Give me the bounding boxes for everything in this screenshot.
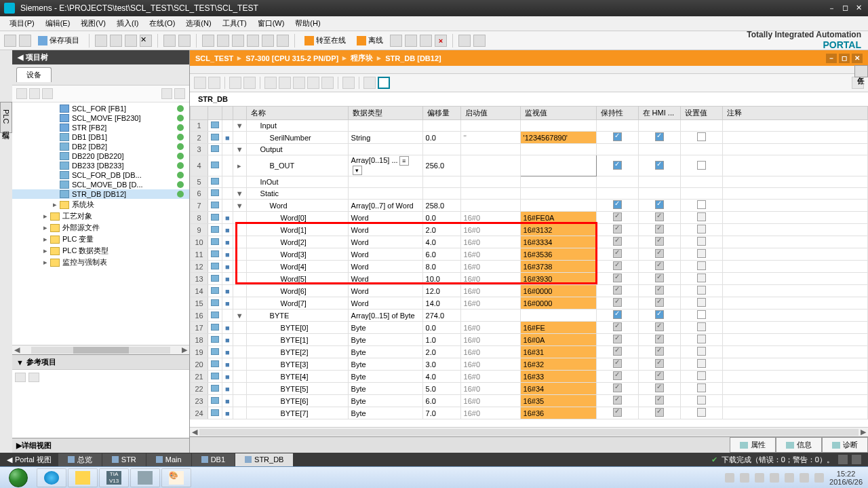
save-project-button[interactable]: 保存项目: [34, 35, 83, 45]
tree-node[interactable]: DB1 [DB1]: [12, 132, 189, 142]
breadcrumb-part[interactable]: SCL_TEST: [195, 54, 233, 62]
column-header[interactable]: 启动值: [460, 107, 520, 120]
editor-tool-5[interactable]: [264, 77, 277, 89]
checkbox-cell[interactable]: [638, 297, 680, 309]
checkbox-cell[interactable]: [638, 188, 680, 200]
tree-tool-2[interactable]: [29, 88, 40, 99]
table-row[interactable]: 23■BYTE[6]Byte6.016#016#35: [191, 395, 868, 407]
plc-programming-side-tab[interactable]: PLC 编程: [0, 102, 12, 133]
maximize-button[interactable]: ◻: [840, 3, 850, 13]
tray-icon-4[interactable]: [770, 473, 779, 483]
checkbox-cell[interactable]: [680, 261, 722, 273]
tree-scroll-right[interactable]: ▶: [180, 345, 189, 354]
tree-node[interactable]: DB220 [DB220]: [12, 151, 189, 161]
checkbox-cell[interactable]: [638, 132, 680, 144]
checkbox-cell[interactable]: [596, 309, 638, 322]
checkbox-cell[interactable]: [680, 273, 722, 285]
table-row[interactable]: 21■BYTE[4]Byte4.016#016#33: [191, 371, 868, 383]
stop-button[interactable]: ×: [435, 35, 447, 47]
table-row[interactable]: 10■Word[2]Word4.016#016#3334: [191, 236, 868, 248]
table-row[interactable]: 17■BYTE[0]Byte0.016#016#FE: [191, 322, 868, 334]
table-row[interactable]: 15■Word[7]Word14.016#016#0000: [191, 297, 868, 309]
detail-view-header[interactable]: ▶详细视图: [12, 438, 189, 453]
table-row[interactable]: 11■Word[3]Word6.016#016#3536: [191, 248, 868, 261]
checkbox-cell[interactable]: [596, 322, 638, 334]
minimize-button[interactable]: －: [826, 3, 837, 13]
editor-tool-8[interactable]: [307, 77, 319, 89]
table-row[interactable]: 22■BYTE[5]Byte5.016#016#34: [191, 383, 868, 395]
tree-node[interactable]: STR [FB2]: [12, 123, 189, 132]
checkbox-cell[interactable]: [596, 188, 638, 200]
editor-tool-right[interactable]: [852, 77, 864, 89]
delete-button[interactable]: ✕: [140, 35, 152, 47]
breadcrumb-part[interactable]: S7-300 [CPU 315-2 PN/DP]: [245, 54, 338, 62]
checkbox-cell[interactable]: [680, 358, 722, 371]
checkbox-cell[interactable]: [596, 224, 638, 236]
checkbox-cell[interactable]: [596, 334, 638, 346]
menu-item[interactable]: 工具(T): [217, 18, 252, 29]
tool-button-4[interactable]: [390, 35, 402, 47]
editor-tool-6[interactable]: [279, 77, 291, 89]
checkbox-cell[interactable]: [596, 144, 638, 155]
ref-icon-2[interactable]: [28, 373, 39, 382]
checkbox-cell[interactable]: [638, 285, 680, 297]
checkbox-cell[interactable]: [596, 200, 638, 212]
checkbox-cell[interactable]: [680, 248, 722, 261]
app-tab[interactable]: STR_DB: [235, 453, 293, 466]
tray-icon-2[interactable]: [740, 473, 749, 483]
column-header[interactable]: 注释: [722, 107, 867, 120]
column-header[interactable]: [208, 107, 222, 120]
checkbox-cell[interactable]: [596, 236, 638, 248]
tree-node[interactable]: SCL_FOR [FB1]: [12, 104, 189, 113]
app-tab[interactable]: 总览: [58, 453, 102, 466]
tool-button-2[interactable]: [262, 35, 274, 47]
tray-icon-3[interactable]: [755, 473, 764, 483]
editor-tool-1[interactable]: [194, 77, 206, 89]
tree-node[interactable]: ▸外部源文件: [12, 222, 189, 233]
ref-icon-1[interactable]: [15, 373, 26, 382]
table-row[interactable]: 16▼BYTEArray[0..15] of Byte274.0: [191, 309, 868, 322]
tray-icon-1[interactable]: [725, 473, 734, 483]
tree-node[interactable]: DB2 [DB2]: [12, 142, 189, 151]
db-variable-grid[interactable]: 名称数据类型偏移量启动值监视值保持性在 HMI ...设置值注释1▼Input2…: [190, 106, 868, 427]
tree-scrollbar[interactable]: [31, 347, 170, 354]
grid-hscroll[interactable]: ◀▶: [190, 427, 868, 436]
monitor-button[interactable]: [378, 77, 390, 89]
tool-button[interactable]: [247, 35, 259, 47]
table-row[interactable]: 2■SerilNumberString0.0'''1234567890': [191, 132, 868, 144]
editor-window-btn[interactable]: －: [826, 54, 837, 63]
editor-tool-7[interactable]: [293, 77, 305, 89]
checkbox-cell[interactable]: [680, 236, 722, 248]
table-row[interactable]: 5InOut: [191, 176, 868, 188]
close-button[interactable]: ✕: [853, 3, 864, 13]
checkbox-cell[interactable]: [596, 120, 638, 132]
menu-item[interactable]: 编辑(E): [40, 18, 76, 29]
column-header[interactable]: 保持性: [596, 107, 638, 120]
checkbox-cell[interactable]: [680, 383, 722, 395]
tree-node[interactable]: STR_DB [DB12]: [12, 189, 189, 199]
tree-view-2[interactable]: [174, 88, 185, 99]
split-button[interactable]: [458, 35, 471, 47]
table-row[interactable]: 18■BYTE[1]Byte1.016#016#0A: [191, 334, 868, 346]
editor-tool-9[interactable]: [321, 77, 334, 89]
checkbox-cell[interactable]: [680, 176, 722, 188]
taskbar-ie[interactable]: [37, 468, 66, 487]
table-row[interactable]: 6▼Static: [191, 188, 868, 200]
checkbox-cell[interactable]: [638, 309, 680, 322]
checkbox-cell[interactable]: [638, 176, 680, 188]
tool-button-5[interactable]: [405, 35, 417, 47]
menu-item[interactable]: 选项(N): [180, 18, 216, 29]
paste-button[interactable]: [125, 35, 137, 47]
inspector-tab[interactable]: 诊断: [822, 437, 868, 453]
menu-item[interactable]: 帮助(H): [290, 18, 326, 29]
checkbox-cell[interactable]: [680, 224, 722, 236]
checkbox-cell[interactable]: [596, 261, 638, 273]
editor-tool-2[interactable]: [208, 77, 220, 89]
inspector-tab[interactable]: 信息: [776, 437, 822, 453]
checkbox-cell[interactable]: [596, 383, 638, 395]
checkbox-cell[interactable]: [596, 297, 638, 309]
editor-tool-11[interactable]: [363, 77, 376, 89]
go-online-button[interactable]: 转至在线: [300, 35, 350, 45]
taskbar-explorer[interactable]: [68, 468, 98, 487]
checkbox-cell[interactable]: [638, 261, 680, 273]
